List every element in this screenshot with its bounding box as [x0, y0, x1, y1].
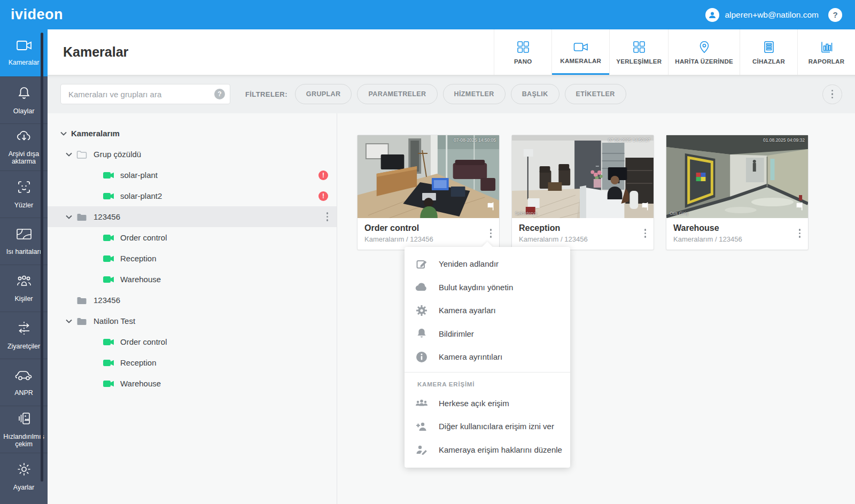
camera-card-warehouse: 01.08.2025 04:09:32 Otis Giriş Warehouse…: [666, 135, 809, 250]
flag-icon: [793, 201, 804, 214]
tree-item-123456[interactable]: 123456: [48, 206, 337, 227]
menu-item-cloud-recording[interactable]: Bulut kaydını yönetin: [405, 276, 570, 299]
cloud-icon: [405, 282, 439, 292]
people-icon: [15, 274, 33, 290]
camera-card-menu-button[interactable]: [641, 226, 650, 241]
filter-bar: ? FİLTRELER: GRUPLAR PARAMETRELER HİZMET…: [48, 75, 855, 113]
tree-item-solar-plant2[interactable]: solar-plant2 !: [48, 185, 337, 206]
tree-item-warehouse[interactable]: Warehouse: [48, 269, 337, 290]
search-input[interactable]: [60, 84, 230, 104]
grid-icon: [516, 40, 530, 54]
camera-card-order-control: 07-08-2025 14:50:05 Order control Kamera…: [357, 135, 500, 250]
tab-raporlar[interactable]: RAPORLAR: [797, 29, 855, 75]
filter-pill-baslik[interactable]: BAŞLIK: [511, 84, 559, 104]
sidebar-scrollbar[interactable]: [41, 33, 43, 482]
camera-context-menu: Yeniden adlandır Bulut kaydını yönetin K…: [405, 247, 570, 468]
chevron-down-icon[interactable]: [66, 215, 76, 219]
people-group-icon: [405, 398, 439, 408]
chevron-down-icon[interactable]: [66, 319, 76, 323]
tab-yerlesimler[interactable]: YERLEŞİMLER: [609, 29, 668, 75]
tab-kameralar[interactable]: KAMERALAR: [551, 29, 609, 75]
tree-item-reception-2[interactable]: Reception: [48, 352, 337, 373]
person-edit-icon: [405, 444, 439, 455]
filter-pill-etiketler[interactable]: ETİKETLER: [565, 84, 626, 104]
timelapse-icon: [17, 411, 32, 428]
tab-pano[interactable]: PANO: [494, 29, 551, 75]
tree-item-grup-cozuldu[interactable]: Grup çözüldü: [48, 144, 337, 165]
tree-item-order-control-2[interactable]: Order control: [48, 331, 337, 352]
camera-card-menu-button[interactable]: [487, 226, 495, 241]
camera-thumbnail[interactable]: 07-08-2025 14:50:27 Sekreterya: [512, 135, 654, 218]
camera-icon: [103, 338, 115, 346]
menu-item-notifications[interactable]: Bildirimler: [405, 322, 570, 346]
gear-icon: [17, 462, 32, 479]
help-button[interactable]: ?: [828, 8, 842, 22]
rename-icon: [405, 258, 439, 270]
camera-thumbnail[interactable]: 01.08.2025 04:09:32 Otis Giriş: [666, 135, 808, 218]
account-menu[interactable]: alperen+wb@natilon.com: [705, 8, 819, 22]
bar-chart-icon: [820, 40, 834, 54]
tree-item-natilon-test[interactable]: Natilon Test: [48, 311, 337, 331]
thumbnail-timestamp: 07-08-2025 14:50:05: [454, 137, 496, 143]
person-add-icon: [405, 421, 439, 432]
tree-item-order-control[interactable]: Order control: [48, 227, 337, 248]
menu-item-camera-details[interactable]: Kamera ayrıntıları: [405, 345, 570, 369]
folder-outline-icon: [76, 150, 88, 159]
topbar: ivideon alperen+wb@natilon.com ?: [0, 0, 855, 29]
folder-icon: [76, 317, 88, 325]
camera-icon: [573, 41, 589, 53]
tree-item-warehouse-2[interactable]: Warehouse: [48, 373, 337, 394]
camera-icon: [103, 359, 115, 367]
thumbnail-watermark: Sekreterya: [515, 211, 537, 216]
menu-item-rename[interactable]: Yeniden adlandır: [405, 252, 570, 276]
error-badge[interactable]: !: [318, 191, 328, 201]
menu-item-camera-settings[interactable]: Kamera ayarları: [405, 299, 570, 322]
tree-item-solar-plant[interactable]: solar-plant !: [48, 165, 337, 185]
bell-icon: [17, 86, 32, 103]
tab-harita-uzerinde[interactable]: HARİTA ÜZERİNDE: [668, 29, 740, 75]
camera-icon: [103, 234, 115, 242]
search-help-icon[interactable]: ?: [214, 89, 225, 99]
user-avatar-icon: [705, 8, 719, 22]
menu-section-header: KAMERA ERİŞİMİ: [405, 373, 570, 392]
camera-thumbnail[interactable]: 07-08-2025 14:50:05: [357, 135, 499, 218]
camera-card-subtitle: Kameralarım / 123456: [364, 235, 487, 243]
bell-icon: [405, 328, 439, 339]
ivideon-logo: ivideon: [11, 6, 63, 23]
camera-card-reception: 07-08-2025 14:50:27 Sekreterya Reception…: [511, 135, 654, 250]
tree-item-reception[interactable]: Reception: [48, 248, 337, 269]
tree-item-123456-2[interactable]: 123456: [48, 290, 337, 311]
grid-icon: [632, 40, 646, 54]
camera-icon: [15, 39, 33, 54]
menu-item-grant-access[interactable]: Diğer kullanıcılara erişim izni ver: [405, 415, 570, 438]
folder-icon: [76, 213, 88, 221]
device-list-icon: [762, 40, 776, 54]
gear-icon: [405, 305, 439, 316]
car-icon: [14, 368, 34, 384]
error-badge[interactable]: !: [318, 170, 328, 180]
camera-card-subtitle: Kameralarım / 123456: [673, 235, 796, 243]
menu-item-edit-access-rights[interactable]: Kameraya erişim haklarını düzenle: [405, 438, 570, 462]
view-tabs: PANO KAMERALAR YERLEŞİMLER HARİTA ÜZERİN…: [494, 29, 855, 75]
transfer-arrows-icon: [16, 321, 32, 338]
folder-icon: [76, 296, 88, 305]
camera-icon: [103, 172, 115, 179]
cloud-download-icon: [16, 129, 32, 145]
tab-cihazlar[interactable]: CİHAZLAR: [740, 29, 797, 75]
chevron-down-icon[interactable]: [66, 152, 76, 157]
camera-icon: [103, 276, 115, 283]
thumbnail-timestamp: 01.08.2025 04:09:32: [763, 137, 805, 143]
heatmap-icon: [15, 227, 33, 243]
camera-icon: [103, 380, 115, 387]
tree-item-kameralarim[interactable]: Kameralarım: [48, 123, 337, 144]
chevron-down-icon[interactable]: [60, 131, 71, 136]
filter-pill-hizmetler[interactable]: HİZMETLER: [443, 84, 506, 104]
more-options-button[interactable]: [822, 84, 842, 104]
filter-pill-parametreler[interactable]: PARAMETRELER: [357, 84, 437, 104]
filter-pill-gruplar[interactable]: GRUPLAR: [295, 84, 352, 104]
camera-card-menu-button[interactable]: [796, 226, 804, 241]
page-header: Kameralar PANO KAMERALAR YERLEŞİMLER HAR…: [48, 29, 855, 75]
menu-item-public-access[interactable]: Herkese açık erişim: [405, 392, 570, 415]
tree-item-menu-button[interactable]: [323, 209, 332, 224]
camera-tree: Kameralarım Grup çözüldü solar-plant ! s…: [48, 113, 337, 504]
